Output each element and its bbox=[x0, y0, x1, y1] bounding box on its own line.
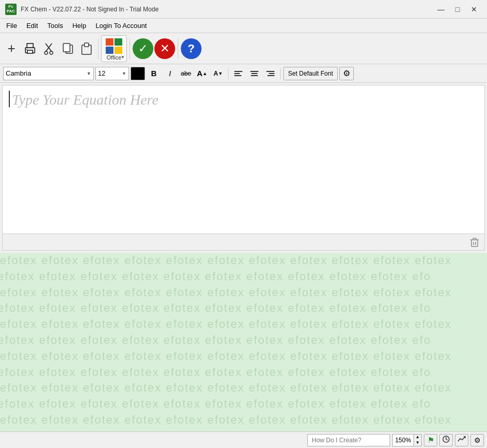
office-logo-grid bbox=[106, 38, 122, 54]
menu-bar: File Edit Tools Help Login To Account bbox=[0, 19, 487, 33]
main-content: Type Your Equation Here efotex efotex ef… bbox=[0, 83, 487, 431]
menu-login[interactable]: Login To Account bbox=[91, 20, 151, 31]
svg-rect-11 bbox=[84, 43, 89, 47]
align-right-icon bbox=[266, 71, 275, 76]
copy-icon bbox=[62, 42, 74, 55]
font-name: Cambria bbox=[6, 69, 31, 77]
align-left-icon bbox=[234, 71, 242, 76]
watermark-area: efotex efotex efotex efotex efotex efote… bbox=[0, 253, 487, 431]
cut-button[interactable] bbox=[40, 39, 58, 58]
menu-tools[interactable]: Tools bbox=[43, 20, 67, 31]
office-logo-red bbox=[106, 38, 113, 46]
format-gear-icon: ⚙ bbox=[343, 68, 350, 78]
menu-help[interactable]: Help bbox=[68, 20, 91, 31]
format-toolbar: Cambria ▼ 12 ▼ B I abe A▲ A▼ bbox=[0, 64, 487, 83]
svg-rect-2 bbox=[27, 50, 33, 53]
paste-icon bbox=[81, 42, 92, 55]
align-left-button[interactable] bbox=[231, 67, 246, 80]
zoom-arrows: ▲ ▼ bbox=[413, 435, 421, 446]
copy-button[interactable] bbox=[59, 39, 77, 58]
italic-button[interactable]: I bbox=[163, 67, 177, 80]
window-title: FX Chem - V22.07.22 - Not Signed In - Tr… bbox=[21, 6, 159, 13]
confirm-button[interactable]: ✓ bbox=[133, 38, 153, 59]
font-size-decrease-button[interactable]: A▼ bbox=[211, 67, 225, 80]
help-icon: ? bbox=[188, 42, 194, 55]
font-size-increase-button[interactable]: A▲ bbox=[195, 67, 209, 80]
trash-icon bbox=[470, 237, 479, 248]
main-toolbar: + bbox=[0, 33, 487, 64]
print-button[interactable] bbox=[21, 39, 39, 58]
font-size-dropdown-arrow: ▼ bbox=[122, 71, 126, 76]
equation-input[interactable] bbox=[3, 85, 484, 234]
set-default-font-button[interactable]: Set Default Font bbox=[283, 67, 338, 80]
watermark-line-4: ax efotex efotex efotex efotex efotex ef… bbox=[0, 300, 466, 316]
watermark-line-5: efotex efotex efotex efotex efotex efote… bbox=[0, 316, 487, 333]
office-icon bbox=[105, 38, 123, 54]
how-create-input[interactable] bbox=[307, 434, 390, 446]
window-controls: — □ ✕ bbox=[433, 4, 482, 15]
flag-icon: ⚑ bbox=[427, 436, 434, 445]
print-icon bbox=[24, 42, 36, 55]
size-down-icon: A bbox=[213, 70, 218, 77]
office-dropdown-arrow: ▼ bbox=[121, 55, 125, 60]
text-color-button[interactable] bbox=[131, 67, 145, 80]
format-settings-button[interactable]: ⚙ bbox=[339, 67, 354, 80]
svg-point-3 bbox=[26, 49, 27, 50]
menu-file[interactable]: File bbox=[2, 20, 21, 31]
font-size-value: 12 bbox=[98, 69, 105, 77]
bold-button[interactable]: B bbox=[147, 67, 161, 80]
history-button[interactable] bbox=[439, 434, 453, 446]
cut-icon bbox=[44, 42, 55, 55]
watermark-line-6: ax efotex efotex efotex efotex efotex ef… bbox=[0, 333, 466, 349]
font-dropdown-arrow: ▼ bbox=[87, 71, 91, 76]
zoom-down-button[interactable]: ▼ bbox=[414, 440, 421, 446]
office-logo-yellow bbox=[114, 47, 122, 54]
close-button[interactable]: ✕ bbox=[466, 4, 482, 15]
chart-button[interactable] bbox=[455, 434, 468, 446]
watermark-line-11: efotex efotex efotex efotex efotex efote… bbox=[0, 412, 487, 428]
watermark-line-8: ax efotex efotex efotex efotex efotex ef… bbox=[0, 365, 466, 381]
settings-button[interactable]: ⚙ bbox=[470, 434, 484, 446]
status-bar: 150% ▲ ▼ ⚑ ⚙ bbox=[0, 431, 487, 448]
trash-button[interactable] bbox=[468, 236, 481, 249]
chart-icon bbox=[457, 435, 466, 445]
font-size-selector[interactable]: 12 ▼ bbox=[95, 67, 129, 80]
strikethrough-button[interactable]: abe bbox=[179, 67, 193, 80]
toolbar-separator-3 bbox=[178, 38, 178, 59]
app-logo: FcPAC bbox=[5, 4, 17, 15]
watermark-line-9: efotex efotex efotex efotex efotex efote… bbox=[0, 380, 487, 396]
align-center-icon bbox=[250, 71, 259, 76]
font-selector[interactable]: Cambria ▼ bbox=[3, 67, 94, 80]
office-logo-blue bbox=[106, 47, 113, 54]
minimize-button[interactable]: — bbox=[433, 4, 449, 15]
office-label: Office bbox=[107, 54, 122, 61]
svg-rect-0 bbox=[27, 44, 33, 48]
align-right-button[interactable] bbox=[263, 67, 278, 80]
toolbar-separator-1 bbox=[98, 38, 98, 59]
maximize-button[interactable]: □ bbox=[450, 4, 465, 15]
history-icon bbox=[442, 435, 450, 445]
watermark-text: efotex efotex efotex efotex efotex efote… bbox=[0, 253, 487, 431]
cancel-button[interactable]: ✕ bbox=[154, 38, 175, 59]
office-button[interactable]: Office ▼ bbox=[101, 35, 127, 62]
confirm-icon: ✓ bbox=[138, 42, 148, 55]
zoom-control: 150% ▲ ▼ bbox=[392, 434, 422, 446]
menu-edit[interactable]: Edit bbox=[22, 20, 42, 31]
align-center-button[interactable] bbox=[247, 67, 262, 80]
zoom-value: 150% bbox=[393, 437, 413, 444]
office-logo-green bbox=[114, 38, 122, 46]
size-up-icon: A bbox=[197, 69, 203, 78]
add-button[interactable]: + bbox=[3, 39, 20, 58]
format-separator-1 bbox=[228, 68, 228, 79]
paste-button[interactable] bbox=[78, 39, 95, 58]
watermark-line-1: efotex efotex efotex efotex efotex efote… bbox=[0, 253, 487, 269]
flag-button[interactable]: ⚑ bbox=[424, 434, 437, 446]
zoom-up-button[interactable]: ▲ bbox=[414, 435, 421, 440]
editor-bottom-toolbar bbox=[3, 234, 484, 250]
title-bar-left: FcPAC FX Chem - V22.07.22 - Not Signed I… bbox=[5, 4, 159, 15]
cancel-icon: ✕ bbox=[160, 42, 169, 55]
watermark-line-10: ax efotex efotex efotex efotex efotex ef… bbox=[0, 396, 466, 412]
size-down-caret: ▼ bbox=[218, 71, 223, 76]
toolbar-separator-2 bbox=[130, 38, 130, 59]
help-button[interactable]: ? bbox=[181, 38, 202, 59]
